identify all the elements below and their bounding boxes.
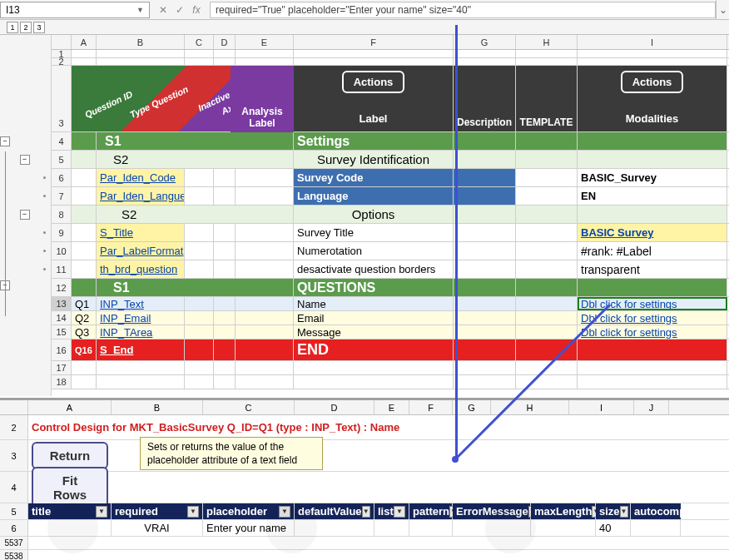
- col-B[interactable]: B: [97, 35, 185, 49]
- filter-dropdown-icon[interactable]: ▼: [279, 506, 290, 518]
- formula-input[interactable]: required="True" placeholder="Enter your …: [210, 2, 716, 18]
- subsection-s2-2[interactable]: S2: [97, 206, 294, 223]
- label-deactivate-borders[interactable]: desactivate question borders: [294, 260, 454, 278]
- lrow-2[interactable]: 2: [0, 415, 28, 439]
- outline-collapse-r8[interactable]: −: [20, 210, 30, 220]
- label-language[interactable]: Language: [294, 187, 454, 205]
- lrow-6[interactable]: 6: [0, 520, 28, 536]
- row-10[interactable]: 10: [52, 242, 72, 260]
- label-survey-code[interactable]: Survey Code: [294, 169, 454, 186]
- q16-type[interactable]: S_End: [97, 339, 185, 360]
- col-C[interactable]: C: [185, 35, 214, 49]
- actions-button-2[interactable]: Actions: [621, 71, 684, 93]
- col-E[interactable]: E: [236, 35, 294, 49]
- label-numerotation[interactable]: Numerotation: [294, 242, 454, 260]
- value-numerotation[interactable]: #rank: #Label: [578, 242, 727, 260]
- col-G[interactable]: G: [454, 35, 516, 49]
- subsection-s2-1[interactable]: S2: [97, 151, 294, 168]
- row-11[interactable]: 11: [52, 260, 72, 278]
- q1-id[interactable]: Q1: [72, 297, 97, 310]
- lrow-3[interactable]: 3: [0, 440, 28, 471]
- row-3[interactable]: 3: [52, 66, 72, 131]
- name-box[interactable]: I13 ▼: [0, 2, 150, 18]
- col-F[interactable]: F: [294, 35, 454, 49]
- lcol-F[interactable]: F: [409, 400, 453, 414]
- lcol-B[interactable]: B: [112, 400, 203, 414]
- param-iden-code[interactable]: Par_Iden_Code: [97, 169, 185, 186]
- lcol-D[interactable]: D: [295, 400, 374, 414]
- cell-list[interactable]: [374, 520, 409, 536]
- subsection-options[interactable]: Options: [294, 206, 454, 223]
- row-2[interactable]: 2: [52, 58, 72, 65]
- filter-dropdown-icon[interactable]: ▼: [362, 506, 370, 518]
- outline-collapse-r5[interactable]: −: [20, 155, 30, 165]
- filter-dropdown-icon[interactable]: ▼: [187, 506, 199, 518]
- filter-errormessage[interactable]: ErrorMessage▼: [453, 503, 531, 519]
- filter-pattern[interactable]: pattern▼: [409, 503, 453, 519]
- cell-placeholder[interactable]: Enter your name: [203, 520, 295, 536]
- section-s1[interactable]: S1: [97, 132, 294, 150]
- row-5[interactable]: 5: [52, 151, 72, 168]
- param-th-brd[interactable]: th_brd_question: [97, 260, 185, 278]
- filter-dropdown-icon[interactable]: ▼: [620, 506, 628, 518]
- filter-required[interactable]: required▼: [112, 503, 203, 519]
- cancel-icon[interactable]: ✕: [156, 4, 170, 16]
- param-iden-langue[interactable]: Par_Iden_Langue: [97, 187, 185, 205]
- cell-autocomp[interactable]: [631, 520, 681, 536]
- label-survey-title[interactable]: Survey Title: [294, 224, 454, 241]
- lrow-5538[interactable]: 5538: [0, 550, 28, 560]
- row-15[interactable]: 15: [52, 325, 72, 339]
- q3-type[interactable]: INP_TArea: [97, 325, 185, 339]
- lrow-4[interactable]: 4: [0, 472, 28, 503]
- filter-list[interactable]: list▼: [374, 503, 409, 519]
- section-s1-2[interactable]: S1: [97, 279, 294, 296]
- cell-defaultvalue[interactable]: [295, 520, 374, 536]
- lrow-5537[interactable]: 5537: [0, 537, 28, 549]
- name-box-dropdown-icon[interactable]: ▼: [136, 6, 144, 14]
- section-questions[interactable]: QUESTIONS: [294, 279, 454, 296]
- formula-expand-icon[interactable]: ⌄: [716, 0, 729, 20]
- row-7[interactable]: 7: [52, 187, 72, 205]
- row-14[interactable]: 14: [52, 311, 72, 325]
- q3-label[interactable]: Message: [294, 325, 454, 339]
- section-settings[interactable]: Settings: [294, 132, 454, 150]
- filter-title[interactable]: title▼: [28, 503, 112, 519]
- accept-icon[interactable]: ✓: [173, 4, 186, 16]
- q3-id[interactable]: Q3: [72, 325, 97, 339]
- q1-type[interactable]: INP_Text: [97, 297, 185, 310]
- row-4[interactable]: 4: [52, 132, 72, 150]
- outline-level-3[interactable]: 3: [33, 22, 45, 33]
- fit-rows-button[interactable]: Fit Rows: [32, 467, 108, 508]
- cell-pattern[interactable]: [409, 520, 453, 536]
- subsection-survey-id[interactable]: Survey Identification: [294, 151, 454, 168]
- value-survey-title[interactable]: BASIC Survey: [578, 224, 727, 241]
- outline-level-2[interactable]: 2: [20, 22, 32, 33]
- value-language[interactable]: EN: [578, 187, 727, 205]
- cell-errormessage[interactable]: [453, 520, 531, 536]
- col-D[interactable]: D: [214, 35, 236, 49]
- row-8[interactable]: 8: [52, 206, 72, 223]
- end-label[interactable]: END: [294, 339, 454, 360]
- col-I[interactable]: I: [578, 35, 727, 49]
- row-12[interactable]: 12: [52, 279, 72, 296]
- col-A[interactable]: A: [72, 35, 97, 49]
- lrow-5[interactable]: 5: [0, 503, 28, 519]
- row-17[interactable]: 17: [52, 361, 72, 374]
- q2-label[interactable]: Email: [294, 311, 454, 325]
- filter-size[interactable]: size▼: [596, 503, 631, 519]
- fx-icon[interactable]: fx: [190, 4, 203, 16]
- filter-maxlength[interactable]: maxLength▼: [531, 503, 596, 519]
- filter-defaultvalue[interactable]: defaultValue▼: [295, 503, 374, 519]
- row-18[interactable]: 18: [52, 375, 72, 389]
- value-survey-code[interactable]: BASIC_Survey: [578, 169, 727, 186]
- value-transparent[interactable]: transparent: [578, 260, 727, 278]
- filter-placeholder[interactable]: placeholder▼: [203, 503, 295, 519]
- q2-type[interactable]: INP_Email: [97, 311, 185, 325]
- param-s-title[interactable]: S_Title: [97, 224, 185, 241]
- filter-dropdown-icon[interactable]: ▼: [96, 506, 107, 518]
- q1-label[interactable]: Name: [294, 297, 454, 310]
- actions-button-1[interactable]: Actions: [342, 71, 405, 93]
- lcol-E[interactable]: E: [374, 400, 409, 414]
- lcol-A[interactable]: A: [28, 400, 112, 414]
- row-16[interactable]: 16: [52, 339, 72, 360]
